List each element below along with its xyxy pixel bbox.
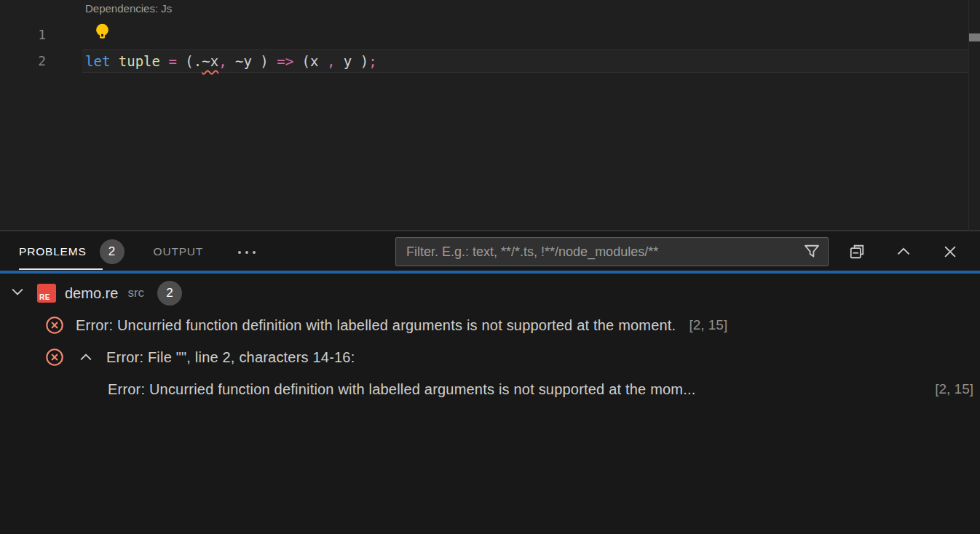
code-editor[interactable]: Dependencies: Js 1 2 let tuple = (.~x, ~… bbox=[0, 0, 980, 231]
code-token: ~y bbox=[235, 53, 260, 69]
scrollbar-marker[interactable] bbox=[969, 33, 980, 41]
codelens-label[interactable]: Dependencies: Js bbox=[85, 2, 172, 15]
reason-file-icon: RE bbox=[37, 284, 56, 303]
maximize-panel-button[interactable] bbox=[896, 244, 912, 260]
filter-funnel-icon[interactable] bbox=[803, 243, 821, 260]
code-token: tuple bbox=[119, 53, 160, 69]
problem-position: [2, 15] bbox=[935, 381, 973, 397]
problem-message: Error: Uncurried function definition wit… bbox=[76, 317, 676, 334]
active-tab-underline bbox=[19, 268, 103, 270]
more-views-button[interactable] bbox=[237, 245, 257, 258]
tab-problems-label: PROBLEMS bbox=[19, 245, 87, 258]
problems-list: RE demo.re src 2 Error: Uncurried functi… bbox=[0, 274, 980, 405]
tab-problems[interactable]: PROBLEMS 2 bbox=[19, 239, 125, 264]
code-token: = bbox=[168, 53, 176, 69]
line-number-2[interactable]: 2 bbox=[0, 53, 46, 68]
problem-row-continuation[interactable]: Error: Uncurried function definition wit… bbox=[0, 373, 980, 405]
bottom-panel: PROBLEMS 2 OUTPUT bbox=[0, 233, 980, 534]
restore-panel-button[interactable] bbox=[849, 244, 865, 260]
file-directory: src bbox=[127, 286, 144, 300]
code-line-2[interactable]: let tuple = (.~x, ~y ) => (x , y ); bbox=[85, 49, 377, 73]
error-icon bbox=[45, 316, 64, 335]
tab-output[interactable]: OUTPUT bbox=[154, 245, 204, 258]
ellipsis-icon bbox=[237, 245, 257, 258]
panel-actions bbox=[849, 244, 958, 260]
code-token: => bbox=[277, 53, 293, 69]
error-icon bbox=[45, 348, 64, 367]
problem-position: [2, 15] bbox=[689, 317, 727, 333]
close-panel-button[interactable] bbox=[942, 244, 958, 260]
problems-file-row[interactable]: RE demo.re src 2 bbox=[0, 277, 980, 309]
vscode-window: Dependencies: Js 1 2 let tuple = (.~x, ~… bbox=[0, 0, 980, 534]
problems-count-badge: 2 bbox=[100, 239, 125, 264]
code-token: let bbox=[85, 53, 110, 69]
code-token: ; bbox=[368, 53, 376, 69]
file-name: demo.re bbox=[65, 285, 118, 302]
problem-row[interactable]: Error: File "", line 2, characters 14-16… bbox=[0, 341, 980, 373]
chevron-up-icon[interactable] bbox=[77, 349, 95, 365]
problems-filter bbox=[395, 237, 829, 266]
problem-message: Error: Uncurried function definition wit… bbox=[108, 381, 696, 398]
code-token: (. bbox=[185, 53, 202, 69]
problem-row[interactable]: Error: Uncurried function definition wit… bbox=[0, 309, 980, 341]
filter-input[interactable] bbox=[406, 244, 803, 260]
code-token-error-squiggle: ~x bbox=[202, 53, 218, 69]
chevron-down-icon[interactable] bbox=[9, 284, 25, 303]
problem-message: Error: File "", line 2, characters 14-16… bbox=[106, 349, 355, 366]
tab-output-label: OUTPUT bbox=[154, 245, 204, 258]
file-problems-badge: 2 bbox=[157, 281, 182, 306]
lightbulb-icon[interactable] bbox=[94, 23, 111, 41]
line-number-1[interactable]: 1 bbox=[0, 27, 46, 42]
panel-header: PROBLEMS 2 OUTPUT bbox=[0, 233, 980, 271]
code-token: (x bbox=[302, 53, 327, 69]
